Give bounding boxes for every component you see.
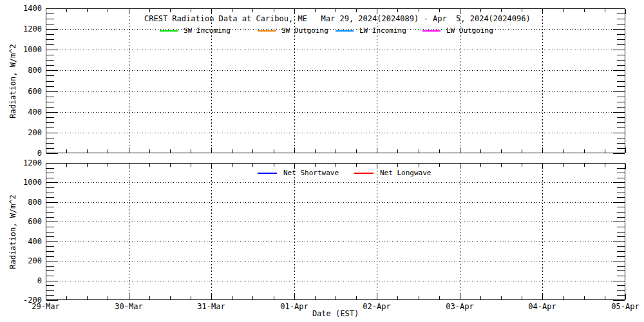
legend-label: SW Incoming xyxy=(184,26,231,35)
y-tick-label: 600 xyxy=(0,217,42,226)
y-axis-tick xyxy=(46,153,58,154)
x-tick-label: 03-Apr xyxy=(437,302,482,311)
legend-label: SW Outgoing xyxy=(281,26,328,35)
x-axis-tick xyxy=(625,164,626,169)
x-tick-label: 30-Mar xyxy=(106,302,151,311)
y-tick-label: 600 xyxy=(0,87,42,96)
x-tick-label: 31-Mar xyxy=(189,302,234,311)
y-axis-tick xyxy=(613,153,625,154)
legend-label: Net Shortwave xyxy=(283,169,339,178)
x-tick-label: 04-Apr xyxy=(520,302,565,311)
legend-line xyxy=(354,173,374,174)
y-tick-label: 200 xyxy=(0,256,42,265)
bottom-plot-frame xyxy=(46,163,625,300)
legend-line xyxy=(160,30,178,32)
y-tick-label: 400 xyxy=(0,108,42,117)
legend-line xyxy=(258,173,277,174)
y-tick-label: 1400 xyxy=(0,4,42,13)
y-tick-label: 800 xyxy=(0,198,42,207)
y-tick-label: 0 xyxy=(0,276,42,285)
x-tick-label: 01-Apr xyxy=(272,302,317,311)
legend-line xyxy=(422,30,440,32)
y-tick-label: 1200 xyxy=(0,158,42,167)
y-tick-label: 0 xyxy=(0,149,42,158)
x-tick-label: 02-Apr xyxy=(354,302,399,311)
y-tick-label: 1000 xyxy=(0,45,42,54)
radiation-chart: CREST Radiation Data at Caribou, ME Mar … xyxy=(0,0,644,322)
x-axis-tick xyxy=(625,147,626,153)
legend-line xyxy=(336,30,354,32)
y-tick-label: 200 xyxy=(0,128,42,137)
x-axis-tick xyxy=(625,9,626,14)
y-tick-label: 1000 xyxy=(0,178,42,187)
y-tick-label: 800 xyxy=(0,66,42,75)
legend-line xyxy=(258,30,276,32)
y-tick-label: 400 xyxy=(0,237,42,246)
y-axis-tick xyxy=(46,300,58,301)
x-tick-label: 05-Apr xyxy=(603,302,644,311)
y-tick-label: 1200 xyxy=(0,24,42,33)
legend-label: LW Incoming xyxy=(359,26,406,35)
legend-label: Net Longwave xyxy=(380,169,431,178)
y-axis-tick xyxy=(613,300,625,301)
x-axis-tick xyxy=(625,294,626,299)
legend-label: LW Outgoing xyxy=(446,26,493,35)
x-tick-label: 29-Mar xyxy=(23,302,68,311)
